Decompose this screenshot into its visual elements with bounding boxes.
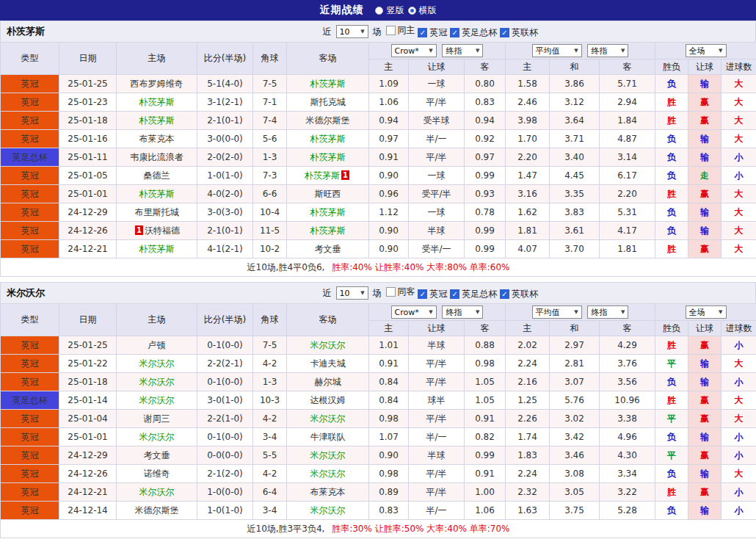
team-link[interactable]: 布莱克本 bbox=[139, 134, 175, 144]
filter-controls: 近 10 ▼ 场 同主 ✓ 英冠 ✓ 英足总杯 ✓ 英联杯 bbox=[323, 24, 749, 39]
average-time-dropdown[interactable]: 终指 ▼ bbox=[587, 44, 628, 57]
match-count-dropdown[interactable]: 10 ▼ bbox=[336, 25, 368, 38]
team-link[interactable]: 米德尔斯堡 bbox=[306, 115, 350, 126]
team-link[interactable]: 韦康比流浪者 bbox=[131, 152, 183, 162]
euro-home-odds-cell: 2.24 bbox=[506, 355, 550, 373]
team-link[interactable]: 朴茨茅斯 bbox=[139, 189, 175, 199]
team-link[interactable]: 朴茨茅斯 bbox=[310, 207, 346, 217]
team-link[interactable]: 米尔沃尔 bbox=[310, 450, 346, 460]
league-filter-checkbox[interactable]: ✓ 英联杯 bbox=[500, 26, 538, 39]
ah-line-cell: 半/一 bbox=[409, 130, 465, 148]
team-link[interactable]: 沃特福德 bbox=[145, 225, 180, 236]
team-link[interactable]: 朴茨茅斯 bbox=[139, 97, 175, 107]
team-link[interactable]: 米尔沃尔 bbox=[139, 358, 175, 369]
league-filter-group: 同客 ✓ 英冠 ✓ 英足总杯 ✓ 英联杯 bbox=[386, 286, 538, 300]
layout-mode-radio[interactable]: 横版 bbox=[408, 4, 437, 17]
sub-col-header: 客 bbox=[600, 321, 655, 336]
result-header: 全场 ▼ bbox=[655, 43, 756, 59]
team-link[interactable]: 考文垂 bbox=[144, 450, 170, 460]
scope-dropdown[interactable]: 全场 ▼ bbox=[686, 44, 727, 57]
near-label: 近 bbox=[323, 287, 332, 300]
team-link[interactable]: 米尔沃尔 bbox=[310, 469, 346, 479]
bookmaker-time-dropdown[interactable]: 终指 ▼ bbox=[442, 44, 483, 57]
team-link[interactable]: 布里斯托城 bbox=[135, 207, 179, 217]
league-cell: 英冠 bbox=[1, 428, 59, 446]
league-filter-checkbox[interactable]: ✓ 英联杯 bbox=[500, 288, 538, 300]
team-link[interactable]: 达根汉姆 bbox=[310, 395, 346, 405]
league-filter-checkbox[interactable]: 同主 bbox=[386, 24, 415, 37]
bookmaker-dropdown[interactable]: Crow* ▼ bbox=[391, 44, 437, 57]
summary-record: 近10场,胜4平0负6, bbox=[247, 262, 325, 272]
team-link[interactable]: 朴茨茅斯 bbox=[310, 152, 346, 162]
euro-home-odds-cell: 2.20 bbox=[506, 148, 550, 167]
league-filter-checkbox[interactable]: ✓ 英冠 bbox=[418, 26, 447, 39]
match-count-value: 10 bbox=[340, 27, 350, 37]
team-link[interactable]: 米尔沃尔 bbox=[139, 395, 175, 405]
team-link[interactable]: 朴茨茅斯 bbox=[310, 134, 346, 144]
match-row: 英足总杯 25-01-14 米尔沃尔 3-0(1-0) 10-3 达根汉姆 0.… bbox=[1, 391, 756, 410]
average-time-dropdown[interactable]: 终指 ▼ bbox=[587, 305, 628, 319]
winlose-result-cell: 胜 bbox=[655, 240, 688, 258]
bookmaker-dropdown[interactable]: Crow* ▼ bbox=[391, 305, 437, 319]
match-row: 英冠 25-01-25 卢顿 0-1(0-0) 7-5 米尔沃尔 1.01 半球… bbox=[1, 336, 756, 355]
corner-cell: 7-4 bbox=[253, 112, 287, 130]
team-link[interactable]: 米尔沃尔 bbox=[310, 413, 346, 424]
away-team-cell: 布莱克本 bbox=[287, 483, 369, 502]
col-header-away: 客场 bbox=[287, 304, 369, 336]
team-link[interactable]: 卢顿 bbox=[148, 340, 166, 350]
league-filter-checkbox[interactable]: ✓ 英足总杯 bbox=[450, 26, 497, 39]
ah-away-odds-cell: 0.83 bbox=[465, 93, 506, 112]
team-link[interactable]: 朴茨茅斯 bbox=[305, 170, 340, 181]
ah-away-odds-cell: 0.91 bbox=[465, 465, 506, 483]
team-link[interactable]: 西布罗姆维奇 bbox=[131, 79, 183, 89]
sub-col-header: 胜负 bbox=[655, 321, 688, 336]
col-header-home: 主场 bbox=[117, 43, 197, 75]
average-dropdown[interactable]: 平均值 ▼ bbox=[532, 305, 582, 319]
scope-dropdown[interactable]: 全场 ▼ bbox=[686, 305, 727, 319]
team-link[interactable]: 朴茨茅斯 bbox=[310, 79, 346, 89]
match-row: 英冠 25-01-18 朴茨茅斯 2-1(0-1) 7-4 米德尔斯堡 0.94… bbox=[1, 112, 756, 130]
euro-away-odds-cell: 4.30 bbox=[600, 446, 655, 465]
score-cell: 2-0(2-0) bbox=[197, 148, 253, 167]
team-link[interactable]: 米尔沃尔 bbox=[139, 377, 175, 387]
team-link[interactable]: 卡迪夫城 bbox=[310, 358, 346, 369]
euro-home-odds-cell: 1.63 bbox=[506, 502, 550, 520]
team-link[interactable]: 朴茨茅斯 bbox=[310, 225, 346, 236]
checkbox-icon: ✓ bbox=[500, 28, 509, 37]
team-link[interactable]: 赫尔城 bbox=[315, 377, 341, 387]
away-team-cell: 朴茨茅斯 bbox=[287, 222, 369, 240]
team-link[interactable]: 米尔沃尔 bbox=[310, 340, 346, 350]
team-link[interactable]: 谢周三 bbox=[144, 413, 170, 424]
date-cell: 25-01-22 bbox=[59, 355, 117, 373]
corner-cell: 7-5 bbox=[253, 336, 287, 355]
team-link[interactable]: 布莱克本 bbox=[310, 487, 346, 497]
team-link[interactable]: 牛津联队 bbox=[310, 432, 346, 442]
goals-result-cell: 小 bbox=[722, 483, 756, 502]
team-link[interactable]: 米尔沃尔 bbox=[139, 432, 175, 442]
team-link[interactable]: 桑德兰 bbox=[144, 170, 170, 181]
team-link[interactable]: 朴茨茅斯 bbox=[139, 244, 175, 254]
average-dropdown[interactable]: 平均值 ▼ bbox=[532, 44, 582, 57]
winlose-result-cell: 胜 bbox=[655, 112, 688, 130]
team-link[interactable]: 朴茨茅斯 bbox=[139, 115, 175, 126]
league-filter-checkbox[interactable]: 同客 bbox=[386, 286, 415, 298]
match-count-dropdown[interactable]: 10 ▼ bbox=[336, 286, 368, 300]
team-link[interactable]: 斯托克城 bbox=[310, 97, 346, 107]
team-link[interactable]: 考文垂 bbox=[315, 244, 341, 254]
team-link[interactable]: 米德尔斯堡 bbox=[135, 505, 179, 516]
league-filter-checkbox[interactable]: ✓ 英足总杯 bbox=[450, 288, 497, 300]
filter-controls: 近 10 ▼ 场 同客 ✓ 英冠 ✓ 英足总杯 ✓ 英联杯 bbox=[323, 286, 749, 300]
layout-mode-radio[interactable]: 竖版 bbox=[375, 4, 404, 17]
league-cell: 英冠 bbox=[1, 410, 59, 428]
team-link[interactable]: 米尔沃尔 bbox=[310, 505, 346, 516]
sub-col-header: 让球 bbox=[688, 321, 722, 336]
euro-home-odds-cell: 2.46 bbox=[506, 93, 550, 112]
handicap-result-cell: 输 bbox=[688, 373, 722, 391]
league-filter-checkbox[interactable]: ✓ 英冠 bbox=[418, 288, 447, 300]
bookmaker-time-dropdown[interactable]: 终指 ▼ bbox=[442, 305, 483, 319]
ah-away-odds-cell: 0.82 bbox=[465, 428, 506, 446]
league-cell: 英冠 bbox=[1, 373, 59, 391]
team-link[interactable]: 斯旺西 bbox=[315, 189, 341, 199]
team-link[interactable]: 诺维奇 bbox=[144, 469, 170, 479]
team-link[interactable]: 米尔沃尔 bbox=[139, 487, 175, 497]
